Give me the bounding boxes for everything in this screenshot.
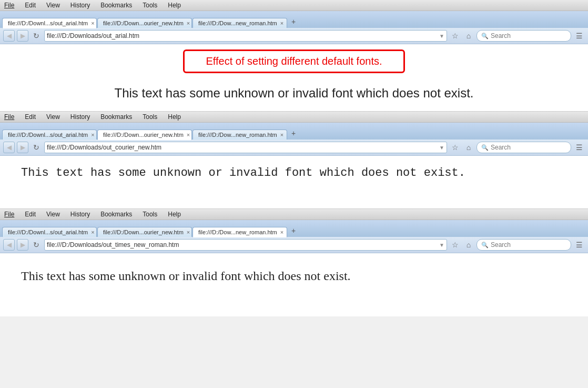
bookmark-star-3[interactable]: ☆ <box>449 239 461 251</box>
forward-button-3[interactable]: ▶ <box>17 239 28 251</box>
tab-1-1-close[interactable]: × <box>91 20 94 26</box>
menu-bookmarks-1[interactable]: Bookmarks <box>99 1 133 9</box>
search-icon-1: 🔍 <box>481 33 489 39</box>
nav-bar-3: ◀ ▶ ↻ ▼ ☆ ⌂ 🔍 ☰ <box>0 237 588 253</box>
tab-1-1[interactable]: file:///D:/Downl...s/out_arial.htm × <box>2 18 97 28</box>
browser-window-1: File Edit View History Bookmarks Tools H… <box>0 0 588 111</box>
tab-2-3-close[interactable]: × <box>280 132 283 138</box>
menu-icon-1[interactable]: ☰ <box>573 30 585 42</box>
reload-button-3[interactable]: ↻ <box>31 239 42 251</box>
url-input-2[interactable] <box>47 144 439 151</box>
back-button-3[interactable]: ◀ <box>3 239 15 251</box>
main-text-1: This text has some unknown or invalid fo… <box>114 86 473 101</box>
menu-help-3[interactable]: Help <box>167 210 182 218</box>
menu-icon-2[interactable]: ☰ <box>573 142 585 153</box>
search-container-1: 🔍 <box>477 30 571 42</box>
tab-2-1-close[interactable]: × <box>91 132 94 138</box>
menu-bookmarks-3[interactable]: Bookmarks <box>99 210 133 218</box>
url-dropdown-3[interactable]: ▼ <box>439 242 444 248</box>
tab-2-1-label: file:///D:/Downl...s/out_arial.htm <box>8 132 88 138</box>
home-button-1[interactable]: ⌂ <box>463 30 474 42</box>
menu-icon-3[interactable]: ☰ <box>573 239 585 251</box>
menu-bar-3: File Edit View History Bookmarks Tools H… <box>0 209 588 220</box>
search-input-2[interactable] <box>491 144 566 151</box>
tab-bar-1: file:///D:/Downl...s/out_arial.htm × fil… <box>0 11 588 28</box>
menu-bookmarks-2[interactable]: Bookmarks <box>99 113 133 121</box>
search-container-2: 🔍 <box>477 142 571 153</box>
home-button-3[interactable]: ⌂ <box>463 239 474 251</box>
menu-file-2[interactable]: File <box>3 113 15 121</box>
tab-1-2-close[interactable]: × <box>187 20 190 26</box>
tab-3-2-close[interactable]: × <box>187 229 190 235</box>
tab-3-3-label: file:///D:/Dow...new_roman.htm <box>198 229 277 235</box>
url-input-1[interactable] <box>47 32 439 39</box>
tab-3-2-label: file:///D:/Down...ourier_new.htm <box>103 229 184 235</box>
tab-2-2-close[interactable]: × <box>187 132 190 138</box>
tab-bar-2: file:///D:/Downl...s/out_arial.htm × fil… <box>0 123 588 140</box>
new-tab-button-1[interactable]: + <box>288 15 299 28</box>
tab-2-1[interactable]: file:///D:/Downl...s/out_arial.htm × <box>2 130 97 140</box>
forward-button-2[interactable]: ▶ <box>17 142 28 153</box>
tab-3-1-close[interactable]: × <box>91 229 94 235</box>
heading-text: Effect of setting different default font… <box>206 55 382 67</box>
menu-view-2[interactable]: View <box>45 113 61 121</box>
menu-view-3[interactable]: View <box>45 210 61 218</box>
bookmark-star-2[interactable]: ☆ <box>449 142 461 153</box>
search-container-3: 🔍 <box>477 239 571 251</box>
content-area-1: Effect of setting different default font… <box>0 44 588 111</box>
back-button-1[interactable]: ◀ <box>3 30 15 42</box>
reload-button-1[interactable]: ↻ <box>31 30 42 42</box>
url-bar-container-3: ▼ <box>44 239 447 251</box>
search-input-3[interactable] <box>491 241 566 248</box>
tab-2-2[interactable]: file:///D:/Down...ourier_new.htm × <box>97 130 192 140</box>
nav-bar-2: ◀ ▶ ↻ ▼ ☆ ⌂ 🔍 ☰ <box>0 140 588 156</box>
tab-2-3-label: file:///D:/Dow...new_roman.htm <box>198 132 277 138</box>
reload-button-2[interactable]: ↻ <box>31 142 42 153</box>
tab-2-2-label: file:///D:/Down...ourier_new.htm <box>103 132 184 138</box>
menu-tools-3[interactable]: Tools <box>141 210 158 218</box>
menu-history-3[interactable]: History <box>69 210 91 218</box>
menu-edit-3[interactable]: Edit <box>24 210 37 218</box>
menu-view-1[interactable]: View <box>45 1 61 9</box>
menu-tools-1[interactable]: Tools <box>141 1 158 9</box>
menu-bar-2: File Edit View History Bookmarks Tools H… <box>0 112 588 123</box>
menu-help-1[interactable]: Help <box>167 1 182 9</box>
tab-1-3-close[interactable]: × <box>280 20 283 26</box>
back-button-2[interactable]: ◀ <box>3 142 15 153</box>
new-tab-button-2[interactable]: + <box>288 127 299 140</box>
search-input-1[interactable] <box>491 32 566 39</box>
bookmark-star-1[interactable]: ☆ <box>449 30 461 42</box>
menu-history-1[interactable]: History <box>69 1 91 9</box>
url-input-3[interactable] <box>47 241 439 248</box>
search-icon-3: 🔍 <box>481 242 489 248</box>
url-dropdown-1[interactable]: ▼ <box>439 33 444 39</box>
menu-tools-2[interactable]: Tools <box>141 113 158 121</box>
heading-box: Effect of setting different default font… <box>183 49 404 73</box>
forward-button-1[interactable]: ▶ <box>17 30 28 42</box>
search-icon-2: 🔍 <box>481 144 489 151</box>
tab-3-1-label: file:///D:/Downl...s/out_arial.htm <box>8 229 88 235</box>
url-bar-container-1: ▼ <box>44 30 447 42</box>
tab-3-3[interactable]: file:///D:/Dow...new_roman.htm × <box>192 227 287 237</box>
menu-file-1[interactable]: File <box>3 1 15 9</box>
main-text-3: This text has some unknown or invalid fo… <box>21 269 567 283</box>
tab-1-2[interactable]: file:///D:/Down...ourier_new.htm × <box>97 18 192 28</box>
new-tab-button-3[interactable]: + <box>288 224 299 237</box>
tab-3-2[interactable]: file:///D:/Down...ourier_new.htm × <box>97 227 192 237</box>
browser-window-3: File Edit View History Bookmarks Tools H… <box>0 208 588 316</box>
menu-history-2[interactable]: History <box>69 113 91 121</box>
url-bar-container-2: ▼ <box>44 142 447 153</box>
home-button-2[interactable]: ⌂ <box>463 142 474 153</box>
browser-window-2: File Edit View History Bookmarks Tools H… <box>0 111 588 208</box>
url-dropdown-2[interactable]: ▼ <box>439 145 444 151</box>
tab-1-3[interactable]: file:///D:/Dow...new_roman.htm × <box>192 18 287 28</box>
menu-edit-1[interactable]: Edit <box>24 1 37 9</box>
tab-3-3-close[interactable]: × <box>280 229 283 235</box>
tab-1-2-label: file:///D:/Down...ourier_new.htm <box>103 20 184 26</box>
menu-bar-1: File Edit View History Bookmarks Tools H… <box>0 0 588 11</box>
menu-help-2[interactable]: Help <box>167 113 182 121</box>
menu-edit-2[interactable]: Edit <box>24 113 37 121</box>
tab-2-3[interactable]: file:///D:/Dow...new_roman.htm × <box>192 130 287 140</box>
menu-file-3[interactable]: File <box>3 210 15 218</box>
tab-3-1[interactable]: file:///D:/Downl...s/out_arial.htm × <box>2 227 97 237</box>
